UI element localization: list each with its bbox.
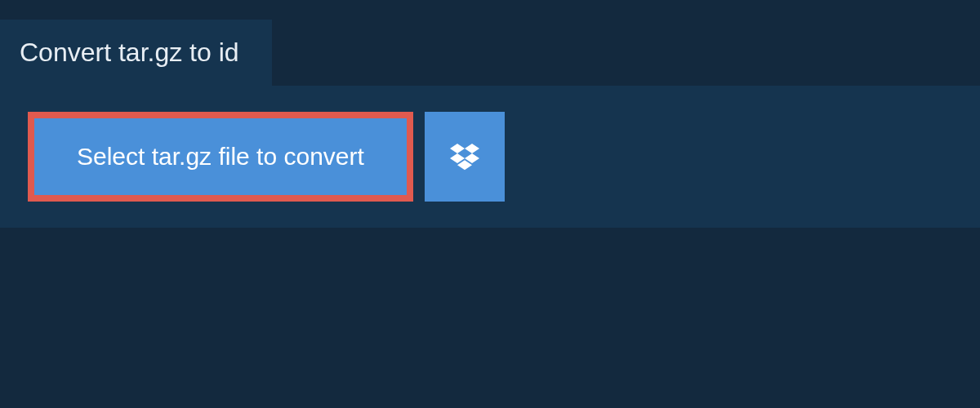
page-title: Convert tar.gz to id — [20, 38, 239, 67]
upload-panel: Select tar.gz file to convert — [0, 86, 980, 228]
select-file-label: Select tar.gz file to convert — [77, 143, 364, 171]
page-title-tab: Convert tar.gz to id — [0, 20, 272, 86]
dropbox-button[interactable] — [425, 112, 505, 202]
dropbox-icon — [450, 141, 479, 173]
select-file-button[interactable]: Select tar.gz file to convert — [28, 112, 413, 202]
button-row: Select tar.gz file to convert — [28, 112, 952, 202]
